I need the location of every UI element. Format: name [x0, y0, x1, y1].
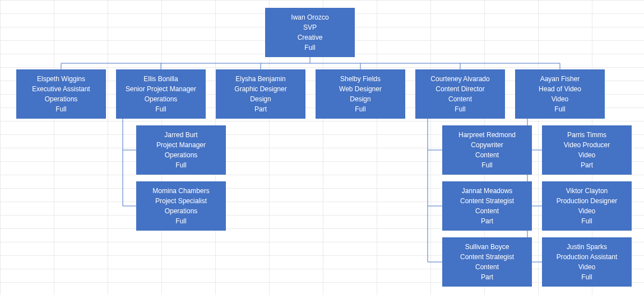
node-name: Elspeth Wiggins [20, 74, 103, 84]
node-status: Full [518, 104, 601, 114]
node-department: Content [446, 206, 529, 216]
node-name: Momina Chambers [140, 186, 223, 196]
node-name: Sullivan Boyce [446, 242, 529, 252]
node-department: Video [545, 206, 628, 216]
node-title: Executive Assistant [20, 84, 103, 94]
node-name: Elysha Benjamin [219, 74, 302, 84]
node-title: Content Director [419, 84, 502, 94]
node-department: Video [545, 262, 628, 272]
node-name: Parris Timms [545, 130, 628, 140]
org-node-elspeth-wiggins[interactable]: Elspeth Wiggins Executive Assistant Oper… [16, 69, 106, 119]
node-title: Web Designer [319, 84, 402, 94]
node-department: Operations [119, 94, 202, 104]
node-name: Viktor Clayton [545, 186, 628, 196]
org-node-parris-timms[interactable]: Parris Timms Video Producer Video Part [542, 125, 632, 175]
node-title: Production Designer [545, 196, 628, 206]
node-name: Aayan Fisher [518, 74, 601, 84]
node-status: Full [419, 104, 502, 114]
node-name: Shelby Fields [319, 74, 402, 84]
node-title: Video Producer [545, 140, 628, 150]
node-status: Full [446, 160, 529, 170]
node-department: Content [419, 94, 502, 104]
node-status: Part [219, 104, 302, 114]
node-name: Harpreet Redmond [446, 130, 529, 140]
node-status: Full [20, 104, 103, 114]
node-status: Full [140, 216, 223, 226]
org-node-ellis-bonilla[interactable]: Ellis Bonilla Senior Project Manager Ope… [116, 69, 206, 119]
org-node-shelby-fields[interactable]: Shelby Fields Web Designer Design Full [316, 69, 405, 119]
node-title: Content Strategist [446, 196, 529, 206]
node-status: Full [545, 272, 628, 282]
org-node-momina-chambers[interactable]: Momina Chambers Project Specialist Opera… [136, 181, 226, 231]
node-department: Creative [268, 32, 351, 43]
node-department: Operations [140, 206, 223, 216]
node-department: Design [219, 94, 302, 104]
node-status: Full [268, 43, 351, 53]
node-name: Iwan Orozco [268, 12, 351, 22]
node-department: Video [518, 94, 601, 104]
node-title: Copywriter [446, 140, 529, 150]
org-node-justin-sparks[interactable]: Justin Sparks Production Assistant Video… [542, 237, 632, 287]
node-title: Senior Project Manager [119, 84, 202, 94]
node-status: Full [140, 160, 223, 170]
node-title: Project Specialist [140, 196, 223, 206]
org-node-jannat-meadows[interactable]: Jannat Meadows Content Strategist Conten… [442, 181, 532, 231]
node-name: Jarred Burt [140, 130, 223, 140]
node-name: Justin Sparks [545, 242, 628, 252]
org-node-jarred-burt[interactable]: Jarred Burt Project Manager Operations F… [136, 125, 226, 175]
node-status: Part [545, 160, 628, 170]
node-title: Head of Video [518, 84, 601, 94]
node-name: Ellis Bonilla [119, 74, 202, 84]
node-status: Full [119, 104, 202, 114]
node-status: Full [319, 104, 402, 114]
node-department: Design [319, 94, 402, 104]
org-node-elysha-benjamin[interactable]: Elysha Benjamin Graphic Designer Design … [216, 69, 305, 119]
node-department: Operations [20, 94, 103, 104]
node-status: Part [446, 272, 529, 282]
org-node-harpreet-redmond[interactable]: Harpreet Redmond Copywriter Content Full [442, 125, 532, 175]
node-status: Full [545, 216, 628, 226]
org-node-viktor-clayton[interactable]: Viktor Clayton Production Designer Video… [542, 181, 632, 231]
node-name: Jannat Meadows [446, 186, 529, 196]
org-node-courteney-alvarado[interactable]: Courteney Alvarado Content Director Cont… [415, 69, 505, 119]
org-node-aayan-fisher[interactable]: Aayan Fisher Head of Video Video Full [515, 69, 605, 119]
node-department: Operations [140, 150, 223, 160]
node-title: Content Strategist [446, 252, 529, 262]
org-node-sullivan-boyce[interactable]: Sullivan Boyce Content Strategist Conten… [442, 237, 532, 287]
node-status: Part [446, 216, 529, 226]
node-department: Video [545, 150, 628, 160]
org-node-root[interactable]: Iwan Orozco SVP Creative Full [265, 8, 355, 57]
node-title: Production Assistant [545, 252, 628, 262]
node-department: Content [446, 150, 529, 160]
node-department: Content [446, 262, 529, 272]
node-name: Courteney Alvarado [419, 74, 502, 84]
node-title: Project Manager [140, 140, 223, 150]
node-title: SVP [268, 22, 351, 32]
node-title: Graphic Designer [219, 84, 302, 94]
